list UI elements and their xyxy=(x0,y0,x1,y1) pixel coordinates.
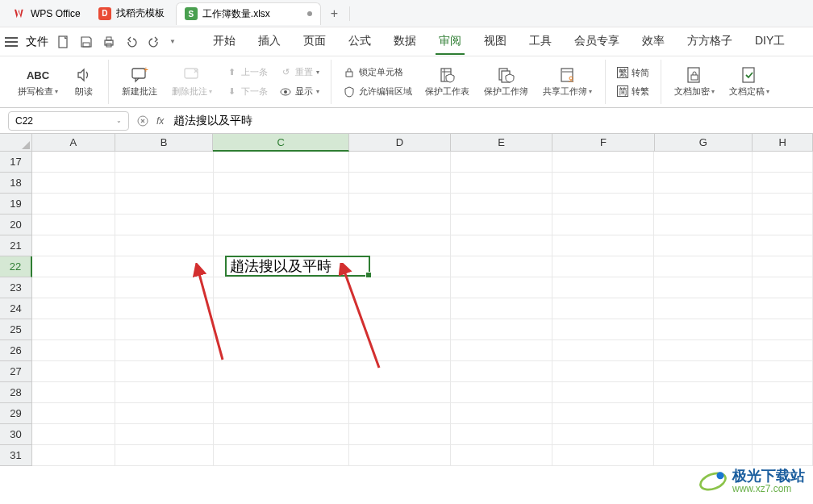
menu-diy[interactable]: DIY工 xyxy=(752,29,788,55)
cell-A23[interactable] xyxy=(32,277,115,298)
row-header-29[interactable]: 29 xyxy=(0,403,32,424)
row-header-21[interactable]: 21 xyxy=(0,235,32,256)
to-traditional-button[interactable]: 简转繁 xyxy=(614,84,652,99)
cell-F26[interactable] xyxy=(552,340,654,361)
row-header-18[interactable]: 18 xyxy=(0,173,32,194)
cell-H27[interactable] xyxy=(753,361,813,382)
cell-H25[interactable] xyxy=(753,319,813,340)
cell-B26[interactable] xyxy=(115,340,214,361)
column-header-D[interactable]: D xyxy=(349,134,451,152)
cell-C28[interactable] xyxy=(214,382,349,403)
selected-cell[interactable]: 趙法搜以及平時 xyxy=(225,256,370,277)
column-header-C[interactable]: C xyxy=(213,134,348,152)
cell-E27[interactable] xyxy=(451,361,552,382)
row-header-30[interactable]: 30 xyxy=(0,424,32,445)
fx-icon[interactable]: fx xyxy=(156,115,164,127)
next-comment-button[interactable]: ⬇下一条 xyxy=(222,84,271,100)
menu-page[interactable]: 页面 xyxy=(300,29,329,55)
spellcheck-button[interactable]: ABC 拼写检查▾ xyxy=(13,65,63,99)
cell-D23[interactable] xyxy=(349,277,451,298)
name-box-dropdown-icon[interactable]: ⌄ xyxy=(116,117,122,124)
cell-B17[interactable] xyxy=(115,152,214,173)
row-header-24[interactable]: 24 xyxy=(0,298,32,319)
column-header-H[interactable]: H xyxy=(753,134,813,152)
to-simplified-button[interactable]: 繁转简 xyxy=(614,65,652,81)
select-all-corner[interactable] xyxy=(0,134,32,152)
cells-area[interactable] xyxy=(32,152,813,504)
cell-H19[interactable] xyxy=(753,194,813,215)
cell-G26[interactable] xyxy=(654,340,753,361)
row-header-22[interactable]: 22 xyxy=(0,256,32,277)
cell-D18[interactable] xyxy=(349,173,451,194)
cell-H20[interactable] xyxy=(753,215,813,235)
cell-G30[interactable] xyxy=(654,424,753,445)
cell-G24[interactable] xyxy=(654,298,753,319)
cell-F18[interactable] xyxy=(552,173,654,194)
row-header-19[interactable]: 19 xyxy=(0,194,32,215)
cell-F19[interactable] xyxy=(552,194,654,215)
cell-H31[interactable] xyxy=(753,445,813,466)
row-header-26[interactable]: 26 xyxy=(0,340,32,361)
cell-H18[interactable] xyxy=(753,173,813,194)
column-header-A[interactable]: A xyxy=(32,134,115,152)
menu-start[interactable]: 开始 xyxy=(210,29,239,55)
cell-D17[interactable] xyxy=(349,152,451,173)
cell-G17[interactable] xyxy=(654,152,753,173)
protect-book-button[interactable]: 保护工作簿 xyxy=(479,65,533,99)
cell-E19[interactable] xyxy=(451,194,552,215)
cell-C26[interactable] xyxy=(214,340,349,361)
prev-comment-button[interactable]: ⬆上一条 xyxy=(222,65,271,81)
qa-dropdown-icon[interactable]: ▼ xyxy=(169,38,176,45)
cell-H17[interactable] xyxy=(753,152,813,173)
cell-B21[interactable] xyxy=(115,235,214,256)
cell-D25[interactable] xyxy=(349,319,451,340)
cell-E26[interactable] xyxy=(451,340,552,361)
cell-A18[interactable] xyxy=(32,173,115,194)
cell-E22[interactable] xyxy=(451,256,552,277)
menu-efficiency[interactable]: 效率 xyxy=(639,29,668,55)
protect-sheet-button[interactable]: 保护工作表 xyxy=(420,65,474,99)
cell-F29[interactable] xyxy=(552,403,654,424)
menu-insert[interactable]: 插入 xyxy=(255,29,284,55)
cell-G19[interactable] xyxy=(654,194,753,215)
cell-F27[interactable] xyxy=(552,361,654,382)
cell-B30[interactable] xyxy=(115,424,214,445)
cell-C29[interactable] xyxy=(214,403,349,424)
cell-E24[interactable] xyxy=(451,298,552,319)
cell-E25[interactable] xyxy=(451,319,552,340)
cell-H29[interactable] xyxy=(753,403,813,424)
cell-G23[interactable] xyxy=(654,277,753,298)
read-aloud-button[interactable]: 朗读 xyxy=(68,65,100,99)
cell-B27[interactable] xyxy=(115,361,214,382)
cell-E20[interactable] xyxy=(451,215,552,235)
cell-E18[interactable] xyxy=(451,173,552,194)
cell-B20[interactable] xyxy=(115,215,214,235)
save-icon[interactable] xyxy=(79,35,94,49)
cell-D27[interactable] xyxy=(349,361,451,382)
lock-cell-button[interactable]: 锁定单元格 xyxy=(340,65,415,81)
row-header-25[interactable]: 25 xyxy=(0,319,32,340)
cell-D29[interactable] xyxy=(349,403,451,424)
row-header-28[interactable]: 28 xyxy=(0,382,32,403)
cell-B28[interactable] xyxy=(115,382,214,403)
menu-ffgz[interactable]: 方方格子 xyxy=(684,29,736,55)
cell-D30[interactable] xyxy=(349,424,451,445)
menu-formula[interactable]: 公式 xyxy=(345,29,374,55)
cell-C21[interactable] xyxy=(214,235,349,256)
cell-B31[interactable] xyxy=(115,445,214,466)
cell-F28[interactable] xyxy=(552,382,654,403)
print-icon[interactable] xyxy=(102,35,116,49)
cell-E23[interactable] xyxy=(451,277,552,298)
cell-D31[interactable] xyxy=(349,445,451,466)
show-comment-button[interactable]: 显示▾ xyxy=(276,84,323,100)
cell-C30[interactable] xyxy=(214,424,349,445)
cell-C31[interactable] xyxy=(214,445,349,466)
cell-F20[interactable] xyxy=(552,215,654,235)
cell-E30[interactable] xyxy=(451,424,552,445)
delete-comment-button[interactable]: 删除批注▾ xyxy=(167,65,217,99)
finalize-button[interactable]: 文档定稿▾ xyxy=(724,65,774,99)
row-header-23[interactable]: 23 xyxy=(0,277,32,298)
cell-F31[interactable] xyxy=(552,445,654,466)
name-box[interactable]: C22 ⌄ xyxy=(8,111,129,131)
cell-H28[interactable] xyxy=(753,382,813,403)
